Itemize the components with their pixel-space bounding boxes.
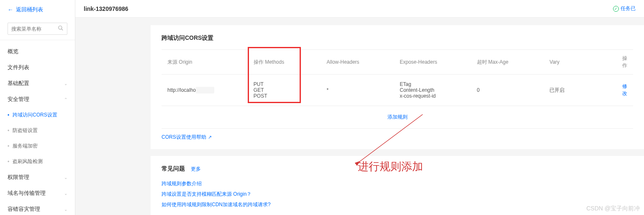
cors-help-link[interactable]: CORS设置使用帮助 ↗ — [162, 134, 212, 141]
faq-list: 跨域规则参数介绍 跨域设置是否支持模糊匹配来源 Origin？ 如何使用跨域规则… — [162, 179, 633, 210]
faq-item[interactable]: 如何使用跨域规则限制CDN加速域名的跨域请求? — [162, 199, 633, 210]
cell-vary: 已开启 — [544, 75, 616, 106]
sidebar-item-files[interactable]: 文件列表 — [0, 60, 75, 75]
edit-link[interactable]: 修改 — [622, 83, 627, 96]
col-allow-headers: Allow-Headers — [321, 50, 394, 75]
col-origin: 来源 Origin — [162, 50, 248, 75]
sidebar: ← 返回桶列表 概览 文件列表 基础配置⌄ 安全管理⌃ 跨域访问CORS设置 防… — [0, 0, 75, 215]
table-row: http://localhos.....3 PUT GET POST * ETa… — [162, 75, 633, 106]
cell-origin: http://localhos.....3 — [162, 75, 248, 106]
sidebar-item-cors[interactable]: 跨域访问CORS设置 — [0, 107, 75, 123]
search-box[interactable] — [8, 23, 67, 35]
search-wrap — [0, 18, 75, 40]
arrow-left-icon: ← — [8, 6, 13, 13]
task-status[interactable]: ✓ 任务已 — [613, 5, 636, 12]
sidebar-item-security[interactable]: 安全管理⌃ — [0, 91, 75, 107]
cors-table: 来源 Origin 操作 Methods Allow-Headers Expos… — [162, 49, 633, 129]
cell-allow-headers: * — [321, 75, 394, 106]
sidebar-item-overview[interactable]: 概览 — [0, 44, 75, 60]
cors-panel: 跨域访问CORS设置 来源 Origin 操作 Methods Allow-He… — [151, 25, 644, 149]
sidebar-item-risk[interactable]: 盗刷风险检测 — [0, 154, 75, 169]
cell-methods: PUT GET POST — [248, 75, 321, 106]
col-max-age: 超时 Max-Age — [471, 50, 544, 75]
check-circle-icon: ✓ — [613, 6, 619, 12]
add-rule-button[interactable]: 添加规则 — [387, 114, 408, 120]
nav: 概览 文件列表 基础配置⌄ 安全管理⌃ 跨域访问CORS设置 防盗链设置 服务端… — [0, 44, 75, 215]
sidebar-item-basic[interactable]: 基础配置⌄ — [0, 75, 75, 91]
header-bar: link-1320976986 ✓ 任务已 — [75, 0, 644, 18]
faq-item[interactable]: 跨域设置是否支持模糊匹配来源 Origin？ — [162, 189, 633, 199]
chevron-down-icon: ⌄ — [64, 191, 67, 196]
chevron-down-icon: ⌄ — [64, 175, 67, 180]
col-action: 操作 — [616, 50, 633, 75]
chevron-up-icon: ⌃ — [64, 97, 67, 102]
faq-title: 常见问题 — [162, 165, 185, 173]
back-to-buckets[interactable]: ← 返回桶列表 — [0, 4, 75, 18]
bucket-name: link-1320976986 — [84, 5, 128, 12]
sidebar-item-permissions[interactable]: 权限管理⌄ — [0, 169, 75, 185]
sidebar-item-fault[interactable]: 容错容灾管理⌄ — [0, 201, 75, 215]
cell-action: 修改 — [616, 75, 633, 106]
cell-max-age: 0 — [471, 75, 544, 106]
chevron-down-icon: ⌄ — [64, 207, 67, 212]
sidebar-item-encryption[interactable]: 服务端加密 — [0, 138, 75, 154]
external-link-icon: ↗ — [208, 135, 212, 140]
col-vary: Vary — [544, 50, 616, 75]
svg-line-1 — [62, 29, 63, 31]
main: link-1320976986 ✓ 任务已 跨域访问CORS设置 来源 Orig… — [75, 0, 644, 215]
search-input[interactable] — [11, 26, 58, 32]
col-expose-headers: Expose-Headers — [394, 50, 471, 75]
sidebar-item-hotlink[interactable]: 防盗链设置 — [0, 123, 75, 138]
faq-item[interactable]: 跨域规则参数介绍 — [162, 179, 633, 189]
back-label: 返回桶列表 — [16, 6, 43, 13]
redaction-block — [196, 87, 214, 93]
svg-point-0 — [59, 26, 62, 29]
panel-title: 跨域访问CORS设置 — [162, 34, 633, 42]
faq-panel: 常见问题 更多 跨域规则参数介绍 跨域设置是否支持模糊匹配来源 Origin？ … — [151, 156, 644, 215]
col-methods: 操作 Methods — [248, 50, 321, 75]
search-icon[interactable] — [58, 25, 64, 32]
sidebar-item-domain[interactable]: 域名与传输管理⌄ — [0, 185, 75, 201]
cell-expose-headers: ETag Content-Length x-cos-request-id — [394, 75, 471, 106]
add-rule-row: 添加规则 — [162, 106, 633, 129]
chevron-down-icon: ⌄ — [64, 81, 67, 86]
faq-more-link[interactable]: 更多 — [191, 166, 201, 172]
